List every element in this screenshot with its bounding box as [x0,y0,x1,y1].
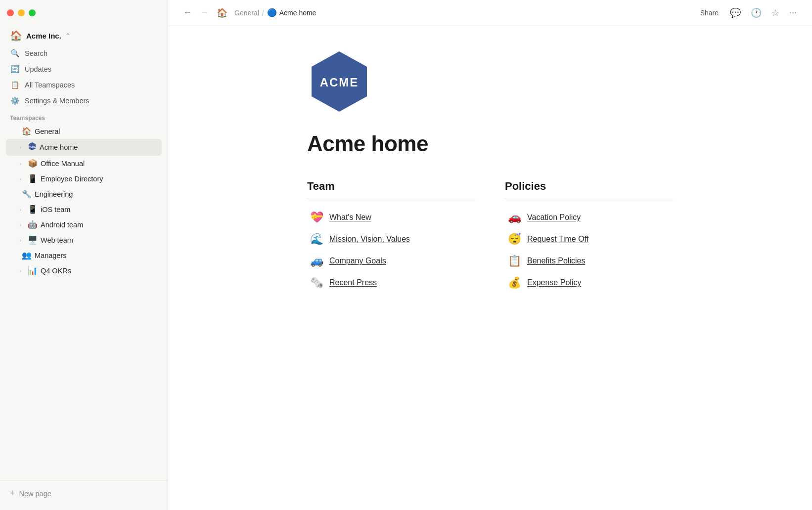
team-heading: Team [307,180,475,199]
topbar-nav: ← → 🏠 [180,5,230,20]
general-icon: 🏠 [22,127,32,136]
chevron-icon: › [16,143,25,152]
forward-button[interactable]: → [197,5,212,20]
q4-okrs-icon: 📊 [28,266,38,275]
titlebar [0,0,168,26]
plus-icon: + [10,488,15,499]
link-label: Vacation Policy [527,213,581,222]
link-emoji: 😴 [508,233,521,246]
sidebar-nav-teamspaces[interactable]: 📋All Teamspaces [6,77,162,93]
sidebar-item-android-team[interactable]: ›🤖Android team [6,217,162,232]
sidebar-item-q4-okrs[interactable]: ›📊Q4 OKRs [6,263,162,278]
columns-grid: Team 💝What's New🌊Mission, Vision, Values… [307,180,673,293]
svg-text:ACME: ACME [320,76,359,89]
link-emoji: 💝 [310,211,323,224]
settings-label: Settings & Members [25,97,90,105]
sidebar-nav-updates[interactable]: 🔄Updates [6,61,162,77]
history-icon: 🕐 [751,8,762,18]
engineering-label: Engineering [35,190,158,198]
history-button[interactable]: 🕐 [747,5,765,21]
workspace-icon: 🏠 [10,30,22,42]
link-label: Recent Press [329,278,377,287]
chevron-icon: › [16,205,25,214]
topbar-actions: Share 💬 🕐 ☆ ··· [695,5,800,21]
acme-logo: ACME [307,49,371,114]
sidebar-item-employee-dir[interactable]: ›📱Employee Directory [6,171,162,186]
link-label: Request Time Off [527,235,588,244]
ios-team-icon: 📱 [28,205,38,214]
sidebar-nav-search[interactable]: 🔍Search [6,45,162,61]
home-button[interactable]: 🏠 [214,5,230,20]
link-emoji: 📋 [508,255,521,267]
list-item[interactable]: 😴Request Time Off [505,229,673,250]
favorite-button[interactable]: ☆ [768,5,783,21]
office-manual-icon: 📦 [28,159,38,168]
sidebar-item-engineering[interactable]: 🔧Engineering [6,186,162,202]
search-label: Search [25,49,47,57]
search-icon: 🔍 [10,49,20,58]
web-team-icon: 🖥️ [28,235,38,245]
sidebar-item-web-team[interactable]: ›🖥️Web team [6,232,162,248]
list-item[interactable]: 🚙Company Goals [307,251,475,271]
share-button[interactable]: Share [695,6,723,19]
engineering-icon: 🔧 [22,189,32,199]
page-logo: ACME [307,49,673,116]
sidebar-top: 🏠 Acme Inc. ⌃ 🔍Search🔄Updates📋All Teamsp… [0,26,168,282]
teamspaces-label: All Teamspaces [25,81,75,89]
new-page-button[interactable]: + New page [6,485,162,502]
breadcrumb-current: 🔵 Acme home [267,8,316,17]
list-item[interactable]: 💝What's New [307,207,475,228]
policies-column: Policies 🚗Vacation Policy😴Request Time O… [505,180,673,293]
acme-home-label: Acme home [40,143,158,151]
android-team-icon: 🤖 [28,220,38,229]
comment-button[interactable]: 💬 [726,5,744,21]
more-icon: ··· [789,7,797,17]
list-item[interactable]: 💰Expense Policy [505,272,673,293]
employee-dir-icon: 📱 [28,174,38,183]
employee-dir-label: Employee Directory [41,175,158,183]
link-emoji: 💰 [508,276,521,289]
android-team-label: Android team [41,221,158,229]
minimize-button[interactable] [18,9,25,16]
team-link-list: 💝What's New🌊Mission, Vision, Values🚙Comp… [307,207,475,293]
web-team-label: Web team [41,236,158,244]
maximize-button[interactable] [29,9,36,16]
sidebar-nav-settings[interactable]: ⚙️Settings & Members [6,93,162,109]
topbar: ← → 🏠 General / 🔵 Acme home Share 💬 🕐 ☆ [168,0,812,26]
managers-label: Managers [35,252,158,259]
list-item[interactable]: 📋Benefits Policies [505,251,673,271]
list-item[interactable]: 🗞️Recent Press [307,272,475,293]
chevron-icon: › [16,266,25,275]
page-content: ACME Acme home Team 💝What's New🌊Mission,… [268,26,713,333]
sidebar-nav: 🔍Search🔄Updates📋All Teamspaces⚙️Settings… [6,45,162,109]
link-label: Benefits Policies [527,256,585,265]
sidebar-item-office-manual[interactable]: ›📦Office Manual [6,156,162,171]
breadcrumb-current-label: Acme home [279,9,316,17]
sidebar-item-acme-home[interactable]: ›ACMEAcme home [6,139,162,156]
link-label: Company Goals [329,256,386,265]
updates-label: Updates [25,65,51,73]
chevron-icon: › [16,159,25,168]
sidebar-item-managers[interactable]: 👥Managers [6,248,162,263]
more-button[interactable]: ··· [786,5,800,20]
sidebar-item-general[interactable]: 🏠General [6,124,162,139]
policies-link-list: 🚗Vacation Policy😴Request Time Off📋Benefi… [505,207,673,293]
q4-okrs-label: Q4 OKRs [41,267,158,275]
workspace-row[interactable]: 🏠 Acme Inc. ⌃ [6,26,162,45]
list-item[interactable]: 🚗Vacation Policy [505,207,673,228]
link-emoji: 🌊 [310,233,323,246]
link-emoji: 🚙 [310,255,323,267]
policies-heading: Policies [505,180,673,199]
chevron-icon: › [16,174,25,183]
breadcrumb-current-icon: 🔵 [267,8,277,17]
breadcrumb-general[interactable]: General [234,9,259,17]
comment-icon: 💬 [730,8,741,18]
breadcrumb: General / 🔵 Acme home [234,8,691,17]
list-item[interactable]: 🌊Mission, Vision, Values [307,229,475,250]
sidebar-item-ios-team[interactable]: ›📱iOS team [6,202,162,217]
workspace-name: Acme Inc. [26,32,61,40]
office-manual-label: Office Manual [41,160,158,168]
back-button[interactable]: ← [180,5,195,20]
link-emoji: 🗞️ [310,276,323,289]
close-button[interactable] [7,9,14,16]
